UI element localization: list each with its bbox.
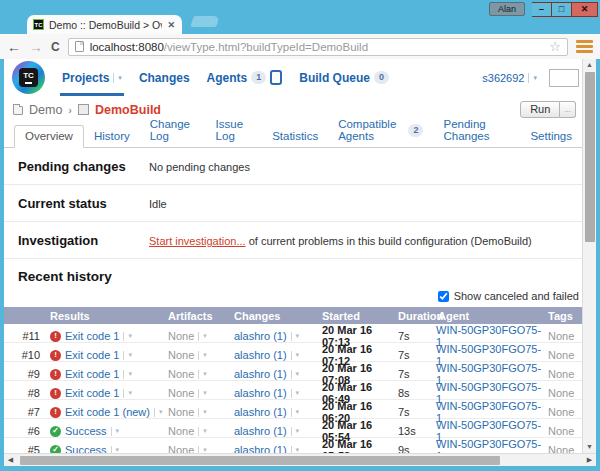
tab-pending-changes[interactable]: Pending Changes [433, 114, 520, 147]
nav-changes[interactable]: Changes [139, 59, 190, 96]
result-dropdown-icon[interactable]: ▾ [116, 427, 120, 435]
tab-history[interactable]: History [84, 126, 140, 147]
artifacts-dropdown-icon[interactable]: ▾ [203, 446, 207, 453]
result-dropdown-icon[interactable]: ▾ [116, 446, 120, 453]
changes-dropdown-icon[interactable]: ▾ [296, 332, 300, 340]
reload-icon[interactable]: C [51, 40, 60, 54]
forward-icon[interactable]: → [29, 40, 43, 54]
bookmark-star-icon[interactable]: ☆ [549, 39, 561, 54]
tab-settings[interactable]: Settings [520, 126, 582, 147]
table-row[interactable]: #6 ✓ Success ▾ None ▾ alashro (1) ▾ 20 M… [4, 419, 582, 438]
artifacts-dropdown-icon[interactable]: ▾ [203, 332, 207, 340]
close-button[interactable]: ✕ [572, 2, 598, 17]
result-dropdown-icon[interactable]: ▾ [128, 351, 132, 359]
result-link[interactable]: Success [65, 425, 107, 437]
scroll-right-icon[interactable]: ▶ [583, 456, 596, 464]
table-row[interactable]: #9 ! Exit code 1 ▾ None ▾ alashro (1) ▾ … [4, 362, 582, 381]
changes-dropdown-icon[interactable]: ▾ [296, 351, 300, 359]
browser-profile-button[interactable]: Alan [489, 2, 525, 16]
username-link[interactable]: s362692 [482, 72, 524, 84]
result-link[interactable]: Success [65, 444, 107, 453]
vertical-scroll-thumb[interactable] [585, 72, 595, 242]
result-link[interactable]: Exit code 1 [65, 330, 119, 342]
result-dropdown-icon[interactable]: ▾ [128, 332, 132, 340]
changes-dropdown-icon[interactable]: ▾ [296, 446, 300, 453]
run-options-button[interactable]: ... [560, 101, 576, 118]
horizontal-scrollbar[interactable]: ◀ ▶ [4, 453, 596, 466]
changes-link[interactable]: alashro (1) [234, 406, 287, 418]
tab-issue-log[interactable]: Issue Log [206, 114, 263, 147]
browser-menu-icon[interactable] [576, 40, 593, 53]
changes-link[interactable]: alashro (1) [234, 425, 287, 437]
vertical-scrollbar[interactable]: ▲ ▼ [582, 59, 596, 453]
show-canceled-checkbox[interactable] [438, 291, 449, 302]
table-row[interactable]: #5 ✓ Success ▾ None ▾ alashro (1) ▾ 20 M… [4, 438, 582, 453]
agent-link[interactable]: WIN-50GP30FGO75-1 [436, 438, 541, 453]
table-row[interactable]: #7 ! Exit code 1 (new) ▾ None ▾ alashro … [4, 400, 582, 419]
nav-agents[interactable]: Agents 1 [207, 59, 283, 96]
changes-link[interactable]: alashro (1) [234, 349, 287, 361]
minimize-button[interactable]: – [532, 2, 552, 17]
browser-tab[interactable]: TC Demo :: DemoBuild > Ove ✕ [27, 15, 182, 34]
changes-dropdown-icon[interactable]: ▾ [296, 370, 300, 378]
tab-overview[interactable]: Overview [14, 125, 84, 148]
user-menu[interactable]: s362692 ▾ [482, 69, 576, 87]
teamcity-logo-text: TC [23, 72, 34, 80]
table-row[interactable]: #8 ! Exit code 1 ▾ None ▾ alashro (1) ▾ … [4, 381, 582, 400]
nav-projects[interactable]: Projects ▾ [62, 59, 122, 96]
breadcrumb-project-link[interactable]: Demo [29, 103, 62, 117]
page-icon [75, 41, 84, 52]
result-dropdown-icon[interactable]: ▾ [128, 370, 132, 378]
table-row[interactable]: #11 ! Exit code 1 ▾ None ▾ alashro (1) ▾… [4, 324, 582, 343]
scroll-up-icon[interactable]: ▲ [586, 59, 593, 71]
address-bar[interactable]: localhost:8080/viewType.html?buildTypeId… [68, 38, 568, 56]
url-text[interactable]: localhost:8080/viewType.html?buildTypeId… [90, 41, 544, 53]
build-number: #9 [4, 368, 48, 380]
result-link[interactable]: Exit code 1 [65, 349, 119, 361]
artifacts-dropdown-icon[interactable]: ▾ [203, 389, 207, 397]
horizontal-scroll-thumb[interactable] [20, 456, 500, 465]
tab-compatible-agents[interactable]: Compatible Agents2 [328, 114, 433, 147]
tab-statistics[interactable]: Statistics [262, 126, 328, 147]
build-number: #8 [4, 387, 48, 399]
changes-link[interactable]: alashro (1) [234, 387, 287, 399]
back-icon[interactable]: ← [7, 40, 21, 54]
result-link[interactable]: Exit code 1 [65, 387, 119, 399]
changes-link[interactable]: alashro (1) [234, 444, 287, 453]
chevron-down-icon[interactable]: ▾ [533, 74, 537, 82]
artifacts-dropdown-icon[interactable]: ▾ [203, 351, 207, 359]
tab-label: History [94, 130, 130, 142]
build-tabs: Overview History Change Log Issue Log St… [4, 123, 582, 148]
result-link[interactable]: Exit code 1 [65, 368, 119, 380]
tab-close-icon[interactable]: ✕ [167, 20, 175, 30]
artifacts-dropdown-icon[interactable]: ▾ [203, 370, 207, 378]
artifacts-dropdown-icon[interactable]: ▾ [203, 408, 207, 416]
result-link[interactable]: Exit code 1 (new) [65, 406, 150, 418]
result-dropdown-icon[interactable]: ▾ [128, 389, 132, 397]
divider [291, 351, 292, 360]
changes-dropdown-icon[interactable]: ▾ [296, 389, 300, 397]
changes-dropdown-icon[interactable]: ▾ [296, 408, 300, 416]
run-button[interactable]: Run [520, 101, 560, 118]
artifacts-dropdown-icon[interactable]: ▾ [203, 427, 207, 435]
start-investigation-link[interactable]: Start investigation... [149, 235, 246, 247]
tab-change-log[interactable]: Change Log [140, 114, 206, 147]
scroll-left-icon[interactable]: ◀ [4, 456, 17, 464]
table-row[interactable]: #10 ! Exit code 1 ▾ None ▾ alashro (1) ▾… [4, 343, 582, 362]
divider [528, 73, 529, 83]
divider [111, 427, 112, 436]
new-tab-button[interactable] [190, 16, 220, 27]
changes-link[interactable]: alashro (1) [234, 368, 287, 380]
result-dropdown-icon[interactable]: ▾ [159, 408, 163, 416]
scroll-down-icon[interactable]: ▼ [586, 441, 593, 453]
artifacts-value: None [168, 368, 194, 380]
duration-value: 13s [396, 425, 436, 437]
changes-dropdown-icon[interactable]: ▾ [296, 427, 300, 435]
search-input[interactable] [549, 69, 579, 87]
teamcity-logo-icon[interactable]: TC [12, 61, 45, 94]
current-status-value: Idle [149, 198, 167, 210]
maximize-button[interactable]: □ [552, 2, 572, 17]
chevron-down-icon[interactable]: ▾ [118, 74, 122, 82]
nav-build-queue[interactable]: Build Queue 0 [299, 59, 389, 96]
changes-link[interactable]: alashro (1) [234, 330, 287, 342]
